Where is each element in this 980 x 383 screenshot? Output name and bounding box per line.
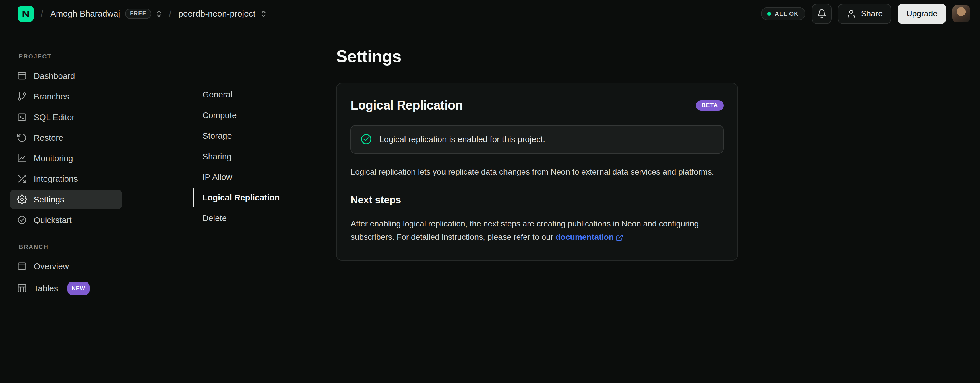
success-banner: Logical replication is enabled for this … xyxy=(350,125,724,154)
sidebar-section-label: BRANCH xyxy=(19,244,130,250)
org-name: Amogh Bharadwaj xyxy=(50,9,120,19)
settings-nav-item-delete[interactable]: Delete xyxy=(192,209,336,228)
sidebar-item-dashboard[interactable]: Dashboard xyxy=(10,66,122,85)
branches-icon xyxy=(17,92,27,101)
upgrade-button[interactable]: Upgrade xyxy=(897,4,946,24)
next-steps-text: After enabling logical replication, the … xyxy=(350,217,724,244)
neon-logo-icon xyxy=(21,9,31,19)
next-steps-title: Next steps xyxy=(350,194,724,206)
quickstart-icon xyxy=(17,215,27,225)
integrations-icon xyxy=(17,174,27,184)
sidebar-item-label: Dashboard xyxy=(34,71,75,81)
chevron-up-down-icon xyxy=(156,9,162,18)
dashboard-icon xyxy=(17,71,27,81)
settings-icon xyxy=(17,195,27,204)
sidebar-item-label: Branches xyxy=(34,91,70,102)
logical-replication-card: Logical Replication BETA Logical replica… xyxy=(336,83,738,260)
neon-logo[interactable] xyxy=(18,6,34,22)
settings-nav-item-logical-replication[interactable]: Logical Replication xyxy=(192,188,336,207)
card-title: Logical Replication xyxy=(350,98,463,112)
status-label: ALL OK xyxy=(775,10,799,17)
sidebar-item-label: Restore xyxy=(34,133,64,143)
breadcrumb-separator: / xyxy=(169,8,172,19)
sidebar-item-settings[interactable]: Settings xyxy=(10,190,122,209)
project-selector[interactable]: peerdb-neon-project xyxy=(178,9,266,19)
org-selector[interactable]: Amogh Bharadwaj FREE xyxy=(50,9,162,19)
bell-icon xyxy=(817,9,827,19)
sidebar-item-integrations[interactable]: Integrations xyxy=(10,169,122,188)
breadcrumb-separator: / xyxy=(41,8,44,19)
settings-nav-item-compute[interactable]: Compute xyxy=(192,106,336,125)
sidebar-item-branches[interactable]: Branches xyxy=(10,87,122,106)
settings-nav: General Compute Storage Sharing IP Allow… xyxy=(192,47,336,229)
card-header: Logical Replication BETA xyxy=(350,98,724,112)
sidebar-item-label: Overview xyxy=(34,261,69,272)
notifications-button[interactable] xyxy=(812,4,832,24)
sidebar: PROJECT Dashboard Branches xyxy=(0,28,131,383)
tables-icon xyxy=(17,283,27,293)
share-label: Share xyxy=(861,9,883,18)
sidebar-item-restore[interactable]: Restore xyxy=(10,128,122,147)
sidebar-section-branch: BRANCH Overview Tables NEW xyxy=(0,244,130,299)
project-name: peerdb-neon-project xyxy=(178,9,256,19)
overview-icon xyxy=(17,261,27,271)
sidebar-section-project: PROJECT Dashboard Branches xyxy=(0,53,130,229)
status-indicator[interactable]: ALL OK xyxy=(761,7,805,20)
settings-nav-item-ip-allow[interactable]: IP Allow xyxy=(192,167,336,186)
sidebar-item-label: Settings xyxy=(34,194,64,205)
settings-layout: General Compute Storage Sharing IP Allow… xyxy=(192,47,980,260)
settings-nav-item-sharing[interactable]: Sharing xyxy=(192,147,336,166)
documentation-link-label: documentation xyxy=(555,231,614,244)
sidebar-item-quickstart[interactable]: Overview Quickstart xyxy=(10,210,122,229)
sidebar-item-label: Quickstart xyxy=(34,215,72,225)
sidebar-item-label: Tables xyxy=(34,283,58,294)
user-icon xyxy=(846,9,856,19)
check-circle-icon xyxy=(361,134,372,145)
shell: PROJECT Dashboard Branches xyxy=(0,28,980,383)
topbar-actions: ALL OK Share Upgrade xyxy=(761,4,970,24)
beta-badge: BETA xyxy=(696,100,724,111)
settings-nav-item-general[interactable]: General xyxy=(192,85,336,104)
sidebar-item-label: Monitoring xyxy=(34,153,73,163)
settings-content: Settings Logical Replication BETA Logica… xyxy=(336,47,738,260)
share-button[interactable]: Share xyxy=(838,4,891,24)
sidebar-item-sql-editor[interactable]: SQL Editor xyxy=(10,107,122,127)
monitoring-icon xyxy=(17,153,27,163)
avatar[interactable] xyxy=(953,5,970,23)
plan-badge: FREE xyxy=(125,9,151,19)
sidebar-section-label: PROJECT xyxy=(19,53,130,60)
sidebar-item-monitoring[interactable]: Monitoring xyxy=(10,149,122,168)
sql-editor-icon xyxy=(17,112,27,122)
banner-text: Logical replication is enabled for this … xyxy=(379,135,545,144)
status-ok-dot xyxy=(767,12,771,16)
external-link-icon xyxy=(616,234,623,241)
restore-icon xyxy=(17,133,27,143)
sidebar-item-label: SQL Editor xyxy=(34,112,75,122)
main-content: General Compute Storage Sharing IP Allow… xyxy=(131,28,980,383)
page-title: Settings xyxy=(336,47,738,66)
description-text: Logical replication lets you replicate d… xyxy=(350,165,724,179)
chevron-up-down-icon xyxy=(261,9,266,18)
sidebar-item-label: Integrations xyxy=(34,173,78,184)
settings-nav-item-storage[interactable]: Storage xyxy=(192,126,336,146)
sidebar-item-overview[interactable]: Overview xyxy=(10,256,122,276)
neon-console: / Amogh Bharadwaj FREE / peerdb-neon-pro… xyxy=(0,0,980,383)
sidebar-item-tables[interactable]: Tables NEW xyxy=(10,277,122,299)
documentation-link[interactable]: documentation xyxy=(555,231,623,244)
next-steps-text-body: After enabling logical replication, the … xyxy=(350,219,699,241)
new-badge: NEW xyxy=(67,282,89,295)
topbar: / Amogh Bharadwaj FREE / peerdb-neon-pro… xyxy=(0,0,980,28)
